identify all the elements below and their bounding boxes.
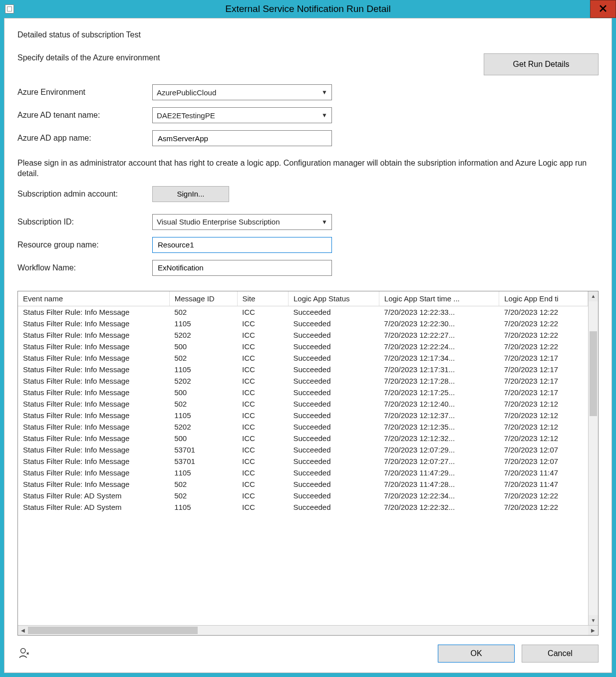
table-header-row[interactable]: Event name Message ID Site Logic App Sta… xyxy=(18,291,588,306)
scroll-down-arrow-icon[interactable]: ▼ xyxy=(589,615,598,625)
table-row[interactable]: Status Filter Rule: Info Message1105ICCS… xyxy=(18,364,588,375)
scroll-thumb[interactable] xyxy=(28,627,198,634)
titlebar[interactable]: External Service Notification Run Detail xyxy=(0,0,616,18)
table-row[interactable]: Status Filter Rule: Info Message1105ICCS… xyxy=(18,467,588,478)
vertical-scrollbar[interactable]: ▲ ▼ xyxy=(588,291,598,625)
table-cell: 7/20/2023 12:22 xyxy=(499,329,588,341)
table-cell: 7/20/2023 12:12 xyxy=(499,410,588,421)
app-name-input[interactable] xyxy=(157,131,327,146)
close-icon xyxy=(600,5,607,13)
table-cell: 500 xyxy=(169,433,237,444)
scroll-track[interactable] xyxy=(28,626,588,635)
content-area: Detailed status of subscription Test Spe… xyxy=(17,30,599,663)
table-cell: 7/20/2023 12:22:27... xyxy=(379,329,499,341)
table-row[interactable]: Status Filter Rule: Info Message502ICCSu… xyxy=(18,398,588,410)
get-run-details-button[interactable]: Get Run Details xyxy=(484,53,599,75)
azure-env-combo[interactable]: AzurePublicCloud ▼ xyxy=(152,84,332,100)
col-start[interactable]: Logic App Start time ... xyxy=(379,291,499,306)
table-cell: 53701 xyxy=(169,444,237,455)
table-row[interactable]: Status Filter Rule: Info Message5202ICCS… xyxy=(18,421,588,433)
tenant-combo[interactable]: DAE2ETestingPE ▼ xyxy=(152,107,332,123)
table-row[interactable]: Status Filter Rule: Info Message500ICCSu… xyxy=(18,341,588,352)
table-cell: ICC xyxy=(237,490,288,501)
table-cell: 7/20/2023 12:17 xyxy=(499,387,588,398)
resource-group-input[interactable] xyxy=(157,237,327,252)
table-row[interactable]: Status Filter Rule: Info Message1105ICCS… xyxy=(18,410,588,421)
table-cell: Status Filter Rule: Info Message xyxy=(18,421,169,433)
table-cell: Succeeded xyxy=(288,341,379,352)
table-cell: Status Filter Rule: Info Message xyxy=(18,329,169,341)
table-cell: 502 xyxy=(169,306,237,318)
table-cell: 7/20/2023 12:22 xyxy=(499,490,588,501)
col-message-id[interactable]: Message ID xyxy=(169,291,237,306)
table-cell: 7/20/2023 12:22 xyxy=(499,318,588,329)
table-cell: 1105 xyxy=(169,364,237,375)
horizontal-scrollbar[interactable]: ◀ ▶ xyxy=(18,625,598,635)
table-row[interactable]: Status Filter Rule: AD System1105ICCSucc… xyxy=(18,501,588,513)
table-cell: 7/20/2023 12:22 xyxy=(499,306,588,318)
table-cell: ICC xyxy=(237,306,288,318)
scroll-left-arrow-icon[interactable]: ◀ xyxy=(18,626,28,635)
table-cell: ICC xyxy=(237,467,288,478)
table-cell: Succeeded xyxy=(288,410,379,421)
table-row[interactable]: Status Filter Rule: Info Message500ICCSu… xyxy=(18,433,588,444)
table-row[interactable]: Status Filter Rule: Info Message5202ICCS… xyxy=(18,375,588,387)
signin-button[interactable]: SignIn... xyxy=(152,186,229,202)
status-heading: Detailed status of subscription Test xyxy=(17,30,599,39)
cancel-button[interactable]: Cancel xyxy=(522,645,599,663)
app-name-field[interactable] xyxy=(152,130,332,146)
table-row[interactable]: Status Filter Rule: Info Message502ICCSu… xyxy=(18,478,588,490)
chevron-down-icon: ▼ xyxy=(321,112,327,119)
table-cell: Succeeded xyxy=(288,375,379,387)
table-cell: 7/20/2023 12:12 xyxy=(499,433,588,444)
table-row[interactable]: Status Filter Rule: Info Message502ICCSu… xyxy=(18,306,588,318)
table-cell: 7/20/2023 12:22:32... xyxy=(379,501,499,513)
subscription-id-value: Visual Studio Enterprise Subscription xyxy=(157,218,280,226)
table-cell: Status Filter Rule: Info Message xyxy=(18,398,169,410)
table-cell: Status Filter Rule: Info Message xyxy=(18,341,169,352)
col-end[interactable]: Logic App End ti xyxy=(499,291,588,306)
table-cell: Succeeded xyxy=(288,478,379,490)
table-row[interactable]: Status Filter Rule: Info Message502ICCSu… xyxy=(18,352,588,364)
ok-button[interactable]: OK xyxy=(438,645,515,663)
table-cell: ICC xyxy=(237,341,288,352)
scroll-thumb[interactable] xyxy=(590,331,597,416)
resource-group-field[interactable] xyxy=(152,237,332,253)
table-cell: 7/20/2023 12:17:28... xyxy=(379,375,499,387)
subscription-id-combo[interactable]: Visual Studio Enterprise Subscription ▼ xyxy=(152,214,332,230)
table-cell: Status Filter Rule: Info Message xyxy=(18,375,169,387)
col-event-name[interactable]: Event name xyxy=(18,291,169,306)
table-cell: 1105 xyxy=(169,410,237,421)
table-cell: Succeeded xyxy=(288,318,379,329)
table-cell: ICC xyxy=(237,329,288,341)
scroll-track[interactable] xyxy=(589,301,598,615)
table-row[interactable]: Status Filter Rule: Info Message53701ICC… xyxy=(18,455,588,467)
table-cell: Status Filter Rule: AD System xyxy=(18,501,169,513)
workflow-field[interactable] xyxy=(152,260,332,276)
window-title: External Service Notification Run Detail xyxy=(0,3,616,14)
table-row[interactable]: Status Filter Rule: Info Message53701ICC… xyxy=(18,444,588,455)
svg-point-2 xyxy=(21,648,25,653)
table-cell: 502 xyxy=(169,490,237,501)
table-cell: 7/20/2023 12:12:35... xyxy=(379,421,499,433)
table-cell: 7/20/2023 12:17:34... xyxy=(379,352,499,364)
table-cell: Succeeded xyxy=(288,444,379,455)
col-status[interactable]: Logic App Status xyxy=(288,291,379,306)
table-row[interactable]: Status Filter Rule: AD System502ICCSucce… xyxy=(18,490,588,501)
table-cell: Status Filter Rule: Info Message xyxy=(18,410,169,421)
events-table[interactable]: Event name Message ID Site Logic App Sta… xyxy=(18,291,588,513)
table-row[interactable]: Status Filter Rule: Info Message5202ICCS… xyxy=(18,329,588,341)
table-row[interactable]: Status Filter Rule: Info Message1105ICCS… xyxy=(18,318,588,329)
table-cell: Status Filter Rule: Info Message xyxy=(18,352,169,364)
table-row[interactable]: Status Filter Rule: Info Message500ICCSu… xyxy=(18,387,588,398)
table-cell: ICC xyxy=(237,410,288,421)
workflow-input[interactable] xyxy=(157,260,327,275)
footer: OK Cancel xyxy=(17,645,599,663)
table-cell: 7/20/2023 12:12:40... xyxy=(379,398,499,410)
scroll-right-arrow-icon[interactable]: ▶ xyxy=(588,626,598,635)
col-site[interactable]: Site xyxy=(237,291,288,306)
table-cell: 7/20/2023 12:12:37... xyxy=(379,410,499,421)
close-button[interactable] xyxy=(590,0,616,18)
scroll-up-arrow-icon[interactable]: ▲ xyxy=(589,291,598,301)
table-cell: 7/20/2023 12:22:34... xyxy=(379,490,499,501)
